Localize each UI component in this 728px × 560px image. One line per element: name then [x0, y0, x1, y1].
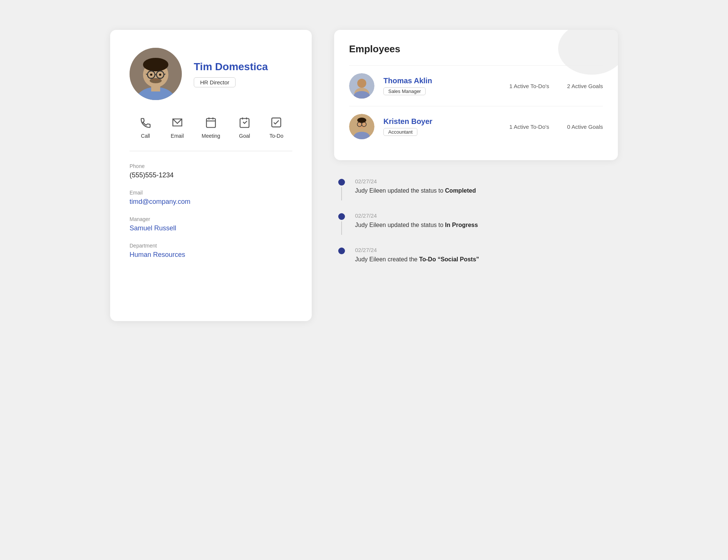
- department-value: Human Resources: [130, 251, 292, 259]
- email-icon: [170, 115, 185, 130]
- employee-role-thomas: Sales Manager: [383, 87, 426, 95]
- employee-goals-thomas: 2 Active Goals: [567, 83, 603, 89]
- manager-label: Manager: [130, 216, 292, 222]
- employee-info-kristen: Kristen Boyer Accountant: [383, 117, 500, 136]
- meeting-action[interactable]: Meeting: [202, 115, 220, 139]
- timeline-date-1: 02/27/24: [355, 178, 618, 184]
- employee-row: Kristen Boyer Accountant 1 Active To-Do'…: [349, 106, 603, 147]
- manager-section: Manager Samuel Russell: [130, 216, 292, 232]
- email-label: Email: [171, 133, 184, 139]
- timeline-dot-2: [338, 213, 345, 220]
- timeline-text-before-2: Judy Eileen updated the status to: [355, 222, 445, 228]
- svg-point-24: [357, 79, 366, 88]
- employee-todos-kristen: 1 Active To-Do's: [509, 124, 549, 130]
- timeline-content-1: 02/27/24 Judy Eileen updated the status …: [355, 178, 618, 200]
- svg-point-12: [159, 74, 161, 76]
- goal-label: Goal: [239, 133, 250, 139]
- profile-card: Tim Domestica HR Director Call Email Mee…: [110, 30, 312, 321]
- employees-title: Employees: [349, 43, 400, 55]
- timeline-content-2: 02/27/24 Judy Eileen updated the status …: [355, 212, 618, 235]
- timeline-line-2: [341, 221, 342, 235]
- todo-action[interactable]: To-Do: [269, 115, 284, 139]
- role-badge: HR Director: [194, 77, 236, 87]
- svg-rect-13: [206, 118, 215, 127]
- employee-role-kristen: Accountant: [383, 128, 417, 136]
- employee-goals-kristen: 0 Active Goals: [567, 124, 603, 130]
- calendar-icon: [203, 115, 218, 130]
- meeting-label: Meeting: [202, 133, 220, 139]
- todo-icon: [269, 115, 284, 130]
- timeline-dot-col-1: [337, 178, 346, 200]
- timeline-date-2: 02/27/24: [355, 212, 618, 219]
- avatar: [130, 48, 182, 100]
- timeline-section: 02/27/24 Judy Eileen updated the status …: [334, 175, 618, 276]
- profile-name-block: Tim Domestica HR Director: [194, 61, 268, 87]
- timeline-line-1: [341, 187, 342, 200]
- call-label: Call: [141, 133, 150, 139]
- email-value: timd@company.com: [130, 198, 292, 206]
- phone-value: (555)555-1234: [130, 171, 292, 179]
- svg-point-4: [143, 58, 168, 71]
- phone-icon: [138, 115, 153, 130]
- timeline-text-before-1: Judy Eileen updated the status to: [355, 187, 445, 194]
- employee-todos-thomas: 1 Active To-Do's: [509, 83, 549, 89]
- email-action[interactable]: Email: [170, 115, 185, 139]
- department-label: Department: [130, 243, 292, 249]
- action-row: Call Email Meeting Goal To-Do: [130, 115, 292, 151]
- employee-avatar-kristen: [349, 114, 374, 139]
- right-panel: Employees View All Thomas Aklin Sales Ma…: [334, 30, 618, 276]
- goal-icon: [237, 115, 252, 130]
- profile-name: Tim Domestica: [194, 61, 268, 73]
- timeline-text-2: Judy Eileen updated the status to In Pro…: [355, 221, 618, 229]
- employees-section: Employees View All Thomas Aklin Sales Ma…: [334, 30, 618, 160]
- timeline-text-bold-2: In Progress: [445, 222, 478, 228]
- timeline-dot-1: [338, 179, 345, 186]
- timeline-text-bold-1: Completed: [445, 187, 476, 194]
- phone-label: Phone: [130, 163, 292, 169]
- call-action[interactable]: Call: [138, 115, 153, 139]
- employee-stats-thomas: 1 Active To-Do's 2 Active Goals: [509, 83, 603, 89]
- timeline-dot-col-2: [337, 212, 346, 235]
- employee-stats-kristen: 1 Active To-Do's 0 Active Goals: [509, 124, 603, 130]
- timeline-text-before-3: Judy Eileen created the: [355, 256, 419, 262]
- svg-point-32: [357, 118, 366, 123]
- department-section: Department Human Resources: [130, 243, 292, 259]
- timeline-item-1: 02/27/24 Judy Eileen updated the status …: [337, 178, 618, 200]
- employee-name-thomas: Thomas Aklin: [383, 77, 500, 85]
- timeline-item-2: 02/27/24 Judy Eileen updated the status …: [337, 212, 618, 235]
- timeline-dot-col-3: [337, 247, 346, 264]
- timeline-text-bold-3: To-Do “Social Posts”: [419, 256, 479, 262]
- profile-header: Tim Domestica HR Director: [130, 48, 292, 100]
- timeline-dot-3: [338, 248, 345, 254]
- goal-action[interactable]: Goal: [237, 115, 252, 139]
- timeline-date-3: 02/27/24: [355, 247, 618, 253]
- manager-value: Samuel Russell: [130, 224, 292, 232]
- employee-name-kristen: Kristen Boyer: [383, 117, 500, 126]
- timeline-content-3: 02/27/24 Judy Eileen created the To-Do “…: [355, 247, 618, 264]
- employee-row: Thomas Aklin Sales Manager 1 Active To-D…: [349, 65, 603, 106]
- phone-section: Phone (555)555-1234: [130, 163, 292, 179]
- timeline-text-3: Judy Eileen created the To-Do “Social Po…: [355, 255, 618, 264]
- svg-point-11: [150, 74, 152, 76]
- employee-info-thomas: Thomas Aklin Sales Manager: [383, 77, 500, 95]
- email-section: Email timd@company.com: [130, 190, 292, 206]
- timeline-item-3: 02/27/24 Judy Eileen created the To-Do “…: [337, 247, 618, 264]
- timeline-text-1: Judy Eileen updated the status to Comple…: [355, 187, 618, 195]
- employee-avatar-thomas: [349, 73, 374, 99]
- email-label: Email: [130, 190, 292, 196]
- todo-label: To-Do: [270, 133, 283, 139]
